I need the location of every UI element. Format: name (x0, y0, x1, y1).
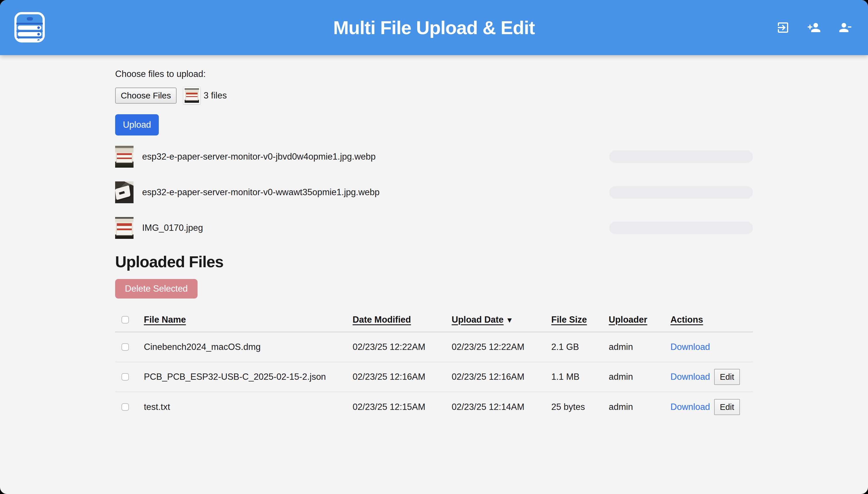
actions-cell: Download Edit (671, 399, 753, 415)
row-checkbox[interactable] (121, 403, 129, 411)
file-input-thumbnail (184, 87, 200, 104)
file-thumbnail (115, 217, 133, 239)
upload-date-cell: 02/23/25 12:16AM (452, 372, 551, 382)
date-modified-cell: 02/23/25 12:15AM (353, 402, 452, 412)
file-name-cell: test.txt (144, 402, 353, 412)
upload-progress-bar (609, 150, 753, 163)
login-icon[interactable] (776, 21, 790, 35)
date-modified-cell: 02/23/25 12:22AM (353, 342, 452, 352)
table-body: Cinebench2024_macOS.dmg 02/23/25 12:22AM… (115, 332, 753, 422)
main-content: Choose files to upload: Choose Files 3 f… (115, 55, 753, 422)
row-checkbox-cell (115, 373, 144, 381)
table-header-row: File NameDate ModifiedUpload Date▼File S… (115, 308, 753, 332)
file-thumbnail (115, 182, 133, 203)
upload-button[interactable]: Upload (115, 114, 159, 135)
row-checkbox[interactable] (121, 373, 129, 381)
column-header[interactable]: Actions (671, 315, 753, 325)
upload-progress-bar (609, 186, 753, 198)
column-header[interactable]: Upload Date▼ (452, 315, 551, 325)
actions-cell: Download (671, 342, 753, 352)
table-header-checkbox-cell (115, 316, 144, 323)
table-row: PCB_PCB_ESP32-USB-C_2025-02-15-2.json 02… (115, 362, 753, 392)
uploader-cell: admin (609, 402, 671, 412)
upload-date-cell: 02/23/25 12:14AM (452, 402, 551, 412)
download-link[interactable]: Download (671, 342, 710, 352)
edit-button[interactable]: Edit (714, 369, 740, 385)
pending-file-row: esp32-e-paper-server-monitor-v0-jbvd0w4o… (115, 146, 753, 168)
selected-files-count: 3 files (204, 90, 227, 101)
file-size-cell: 2.1 GB (551, 342, 609, 352)
page-title: Multi File Upload & Edit (0, 17, 868, 38)
file-input-row: Choose Files 3 files (115, 87, 753, 104)
file-name-cell: PCB_PCB_ESP32-USB-C_2025-02-15-2.json (144, 372, 353, 382)
person-remove-icon[interactable] (838, 21, 852, 35)
uploaded-files-heading: Uploaded Files (115, 252, 753, 271)
upload-progress-bar (609, 222, 753, 234)
row-checkbox-cell (115, 403, 144, 411)
app-window: Multi File Upload & Edit Choose files to… (0, 0, 868, 494)
pending-file-row: esp32-e-paper-server-monitor-v0-wwawt35o… (115, 182, 753, 203)
download-link[interactable]: Download (671, 372, 710, 382)
pending-file-name: esp32-e-paper-server-monitor-v0-jbvd0w4o… (142, 152, 376, 162)
app-header: Multi File Upload & Edit (0, 0, 868, 55)
actions-cell: Download Edit (671, 369, 753, 385)
pending-upload-list: esp32-e-paper-server-monitor-v0-jbvd0w4o… (115, 146, 753, 239)
choose-files-button[interactable]: Choose Files (115, 88, 176, 103)
download-link[interactable]: Download (671, 402, 710, 412)
choose-files-label: Choose files to upload: (115, 69, 753, 79)
column-header[interactable]: File Size (551, 315, 609, 325)
pending-file-name: esp32-e-paper-server-monitor-v0-wwawt35o… (142, 187, 380, 197)
uploader-cell: admin (609, 342, 671, 352)
uploaded-files-table: File NameDate ModifiedUpload Date▼File S… (115, 308, 753, 422)
select-all-checkbox[interactable] (121, 316, 129, 323)
column-header[interactable]: Date Modified (353, 315, 452, 325)
column-header[interactable]: Uploader (609, 315, 671, 325)
file-size-cell: 1.1 MB (551, 372, 609, 382)
file-size-cell: 25 bytes (551, 402, 609, 412)
server-stack-logo-icon (14, 12, 45, 43)
table-row: Cinebench2024_macOS.dmg 02/23/25 12:22AM… (115, 332, 753, 362)
file-name-cell: Cinebench2024_macOS.dmg (144, 342, 353, 352)
header-actions (776, 0, 852, 55)
column-header[interactable]: File Name (144, 315, 353, 325)
pending-file-name: IMG_0170.jpeg (142, 223, 203, 233)
edit-button[interactable]: Edit (714, 399, 740, 415)
table-row: test.txt 02/23/25 12:15AM 02/23/25 12:14… (115, 392, 753, 422)
sort-descending-icon: ▼ (506, 316, 513, 325)
upload-date-cell: 02/23/25 12:22AM (452, 342, 551, 352)
row-checkbox-cell (115, 343, 144, 351)
person-add-icon[interactable] (807, 21, 821, 35)
delete-selected-button[interactable]: Delete Selected (115, 279, 197, 299)
row-checkbox[interactable] (121, 343, 129, 351)
pending-file-row: IMG_0170.jpeg (115, 217, 753, 239)
file-thumbnail (115, 146, 133, 168)
thumbnail-image (185, 89, 199, 103)
date-modified-cell: 02/23/25 12:16AM (353, 372, 452, 382)
uploader-cell: admin (609, 372, 671, 382)
